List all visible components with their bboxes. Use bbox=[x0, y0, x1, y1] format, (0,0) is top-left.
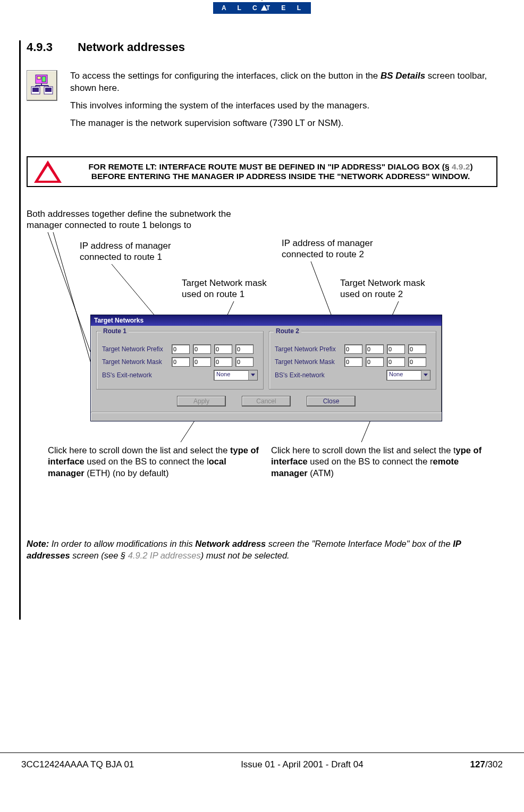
intro-p3: The manager is the network supervision s… bbox=[70, 117, 503, 130]
input-r1-mask-0[interactable] bbox=[172, 357, 190, 367]
input-r1-mask-2[interactable] bbox=[214, 357, 232, 367]
group-route2: Route 2 Target Network Prefix Target Net… bbox=[269, 331, 436, 390]
intro-p2: This involves informing the system of th… bbox=[70, 100, 503, 112]
annotation-mask-route1: Target Network mask used on route 1 bbox=[182, 277, 288, 300]
dialog-statusbar bbox=[91, 412, 442, 421]
input-r2-prefix-3[interactable] bbox=[408, 344, 426, 354]
svg-rect-6 bbox=[45, 88, 52, 92]
input-r2-mask-3[interactable] bbox=[408, 357, 426, 367]
footer-page-number: 127/302 bbox=[470, 759, 503, 770]
group-title-route2: Route 2 bbox=[274, 327, 301, 335]
section-title: Network addresses bbox=[78, 40, 185, 54]
label-r1-prefix: Target Network Prefix bbox=[102, 345, 168, 353]
network-toolbar-icon bbox=[27, 70, 57, 101]
callout-remote-manager: Click here to scroll down the list and s… bbox=[271, 445, 489, 479]
input-r1-prefix-0[interactable] bbox=[172, 344, 190, 354]
footer-doc-id: 3CC12424AAAA TQ BJA 01 bbox=[21, 759, 134, 770]
input-r1-mask-1[interactable] bbox=[193, 357, 211, 367]
section-number: 4.9.3 bbox=[27, 40, 74, 54]
input-r2-prefix-1[interactable] bbox=[366, 344, 384, 354]
warning-box: FOR REMOTE LT: INTERFACE ROUTE MUST BE D… bbox=[27, 156, 497, 187]
triangle-up-icon bbox=[261, 5, 267, 11]
callout-local-manager: Click here to scroll down the list and s… bbox=[48, 445, 260, 479]
apply-button[interactable]: Apply bbox=[177, 396, 226, 407]
label-r2-prefix: Target Network Prefix bbox=[275, 345, 341, 353]
margin-bar bbox=[19, 40, 21, 620]
input-r2-prefix-2[interactable] bbox=[387, 344, 405, 354]
dialog-titlebar: Target Networks bbox=[91, 315, 442, 326]
annotation-subnetwork: Both addresses together define the subne… bbox=[27, 208, 250, 231]
input-r2-mask-2[interactable] bbox=[387, 357, 405, 367]
chevron-down-icon[interactable] bbox=[248, 370, 257, 380]
chevron-down-icon[interactable] bbox=[421, 370, 430, 380]
input-r2-mask-0[interactable] bbox=[344, 357, 362, 367]
group-title-route1: Route 1 bbox=[101, 327, 129, 335]
note-block: Note: In order to allow modifications in… bbox=[27, 538, 497, 562]
label-r2-exit: BS's Exit-network bbox=[275, 371, 341, 379]
input-r1-mask-3[interactable] bbox=[235, 357, 253, 367]
target-networks-dialog: Target Networks Route 1 Target Network P… bbox=[90, 315, 442, 421]
footer-issue: Issue 01 - April 2001 - Draft 04 bbox=[241, 759, 364, 770]
input-r1-prefix-3[interactable] bbox=[235, 344, 253, 354]
label-r2-mask: Target Network Mask bbox=[275, 358, 341, 366]
label-r1-mask: Target Network Mask bbox=[102, 358, 168, 366]
close-button[interactable]: Close bbox=[307, 396, 356, 407]
label-r1-exit: BS's Exit-network bbox=[102, 371, 168, 379]
group-route1: Route 1 Target Network Prefix Target Net… bbox=[96, 331, 264, 390]
input-r2-mask-1[interactable] bbox=[366, 357, 384, 367]
annotation-ip-route2: IP address of manager connected to route… bbox=[282, 238, 393, 260]
cross-ref-link[interactable]: 4.9.2 bbox=[452, 162, 470, 171]
warning-text: FOR REMOTE LT: INTERFACE ROUTE MUST BE D… bbox=[71, 162, 490, 181]
svg-rect-4 bbox=[32, 88, 39, 92]
annotation-ip-route1: IP address of manager connected to route… bbox=[80, 240, 191, 263]
select-r1-exit[interactable]: None bbox=[214, 370, 258, 380]
cross-ref-link[interactable]: 4.9.2 IP addresses bbox=[128, 551, 201, 560]
page-footer: 3CC12424AAAA TQ BJA 01 Issue 01 - April … bbox=[0, 752, 524, 776]
warning-triangle-icon bbox=[34, 160, 62, 183]
input-r1-prefix-2[interactable] bbox=[214, 344, 232, 354]
svg-rect-1 bbox=[37, 77, 41, 79]
svg-rect-2 bbox=[42, 77, 46, 82]
select-r2-exit[interactable]: None bbox=[386, 370, 430, 380]
intro-p1: To access the settings for configuring t… bbox=[70, 70, 503, 95]
annotation-mask-route2: Target Network mask used on route 2 bbox=[340, 277, 446, 300]
input-r1-prefix-1[interactable] bbox=[193, 344, 211, 354]
cancel-button[interactable]: Cancel bbox=[242, 396, 291, 407]
brand-logo: A L CT E L bbox=[213, 2, 311, 14]
input-r2-prefix-0[interactable] bbox=[344, 344, 362, 354]
section-heading: 4.9.3 Network addresses bbox=[27, 40, 503, 54]
